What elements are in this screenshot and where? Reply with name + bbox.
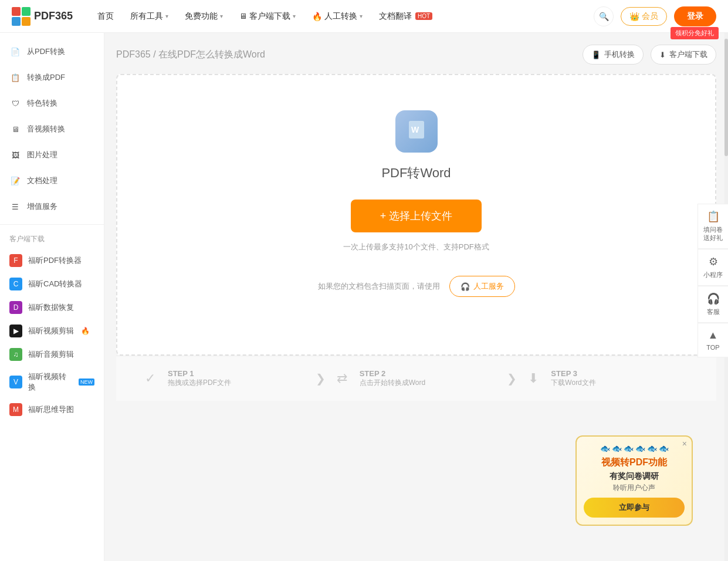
step-2-text: STEP 2 点击开始转换成Word [360,369,425,388]
step-2-icon: ⇄ [331,368,353,389]
sidebar-item-special[interactable]: 🛡 特色转换 [0,90,104,116]
sidebar-app-video-editor[interactable]: ▶ 福昕视频剪辑 🔥 [0,319,104,343]
nav-home[interactable]: 首页 [90,8,121,25]
miniapp-icon: ⚙ [709,255,718,268]
promo-close-button[interactable]: × [682,439,687,448]
video-converter-icon: V [9,376,22,388]
promo-chains: 🐟 🐟 🐟 🐟 🐟 🐟 [584,444,685,453]
top-bar: PDF365 / 在线PDF怎么转换成Word 📱 手机转换 ⬇ 客户端下载 [116,45,716,65]
nav-right: 🔍 👑 会员 登录 [594,6,716,26]
sidebar-item-from-pdf[interactable]: 📄 从PDF转换 [0,39,104,65]
brand-name: PDF365 [34,10,73,22]
step-1-text: STEP 1 拖拽或选择PDF文件 [168,369,231,388]
download-icon: 🖥 [239,12,247,21]
hot-badge: HOT [415,12,432,20]
sidebar-app-mindmap[interactable]: M 福昕思维导图 [0,398,104,421]
float-survey-button[interactable]: 📋 填问卷送好礼 [697,204,728,249]
search-icon: 🔍 [599,12,609,21]
chain-6: 🐟 [659,444,669,453]
step-arrow-1: ❯ [316,371,326,386]
image-icon: 🖼 [9,149,21,161]
upload-icon-wrap: W [395,110,438,153]
nav-translate[interactable]: 文档翻译 HOT [372,8,439,25]
sidebar: 📄 从PDF转换 📋 转换成PDF 🛡 特色转换 🖥 音视频转换 🖼 图片处理 … [0,33,104,561]
promo-action-button[interactable]: 立即参与 [584,498,685,518]
mobile-convert-button[interactable]: 📱 手机转换 [583,45,644,65]
sidebar-app-video-converter[interactable]: V 福昕视频转换 NEW [0,366,104,398]
svg-text:W: W [411,125,419,134]
video-editor-icon: ▶ [9,325,22,337]
survey-icon: 📋 [707,210,720,223]
av-icon: 🖥 [9,123,21,135]
upload-area: W PDF转Word + 选择上传文件 一次上传最多支持10个文件、支持PDF格… [116,74,716,356]
chain-2: 🐟 [612,444,622,453]
chain-3: 🐟 [624,444,634,453]
scroll-thumb[interactable] [724,39,728,156]
gift-badge[interactable]: 领积分免好礼 [671,27,719,39]
float-top-button[interactable]: ▲ TOP [697,323,728,357]
upload-title: PDF转Word [381,164,451,182]
chain-4: 🐟 [635,444,645,453]
client-download-icon: ⬇ [659,50,666,59]
nav-manual[interactable]: 🔥 人工转换▾ [305,8,370,25]
nav-items: 首页 所有工具▾ 免费功能▾ 🖥 客户端下载▾ 🔥 人工转换▾ 文档翻译 HOT [90,8,594,25]
data-recovery-icon: D [9,301,22,314]
step-1-icon: ✓ [140,368,161,389]
sidebar-item-doc[interactable]: 📝 文档处理 [0,168,104,194]
crown-icon: 👑 [629,12,639,21]
step-3: ⬇ STEP 3 下载Word文件 [523,368,693,389]
mobile-icon: 📱 [591,50,601,59]
step-arrow-2: ❯ [507,371,517,386]
member-button[interactable]: 👑 会员 [621,7,667,26]
steps-bar: ✓ STEP 1 拖拽或选择PDF文件 ❯ ⇄ STEP 2 点击开始转换成Wo… [116,356,716,401]
pdf-converter-icon: F [9,254,22,267]
service-row: 如果您的文档包含扫描页面，请使用 🎧 人工服务 [318,276,515,297]
search-button[interactable]: 🔍 [594,6,614,26]
word-icon: W [405,119,428,145]
step-3-text: STEP 3 下载Word文件 [551,369,595,388]
headset-icon: 🎧 [460,282,470,291]
upload-button[interactable]: + 选择上传文件 [351,200,482,232]
top-actions: 📱 手机转换 ⬇ 客户端下载 [583,45,716,65]
video-editor-fire-icon: 🔥 [81,327,90,335]
audio-editor-icon: ♫ [9,348,22,361]
sidebar-app-cad-converter[interactable]: C 福昕CAD转换器 [0,272,104,296]
logo[interactable]: PDF365 [12,7,73,26]
sidebar-item-image[interactable]: 🖼 图片处理 [0,142,104,168]
mindmap-icon: M [9,403,22,416]
float-service-button[interactable]: 🎧 客服 [697,286,728,323]
nav-download[interactable]: 🖥 客户端下载▾ [232,8,303,25]
client-download-button[interactable]: ⬇ 客户端下载 [651,45,716,65]
promo-card: × 🐟 🐟 🐟 🐟 🐟 🐟 视频转PDF功能 有奖问卷调研 聆听用户心声 立即参… [575,435,693,526]
float-miniapp-button[interactable]: ⚙ 小程序 [697,249,728,286]
promo-subtitle: 有奖问卷调研 [584,471,685,482]
fire-icon: 🔥 [312,12,322,21]
nav-tools[interactable]: 所有工具▾ [123,8,175,25]
right-float-panel: 📋 填问卷送好礼 ⚙ 小程序 🎧 客服 ▲ TOP [697,204,728,357]
nav-free[interactable]: 免费功能▾ [178,8,230,25]
top-icon: ▲ [708,329,719,342]
login-button[interactable]: 登录 [674,6,716,26]
doc-icon: 📝 [9,175,21,187]
cad-converter-icon: C [9,278,22,290]
upload-hint: 一次上传最多支持10个文件、支持PDF格式 [343,242,489,252]
sidebar-item-vip[interactable]: ☰ 增值服务 [0,194,104,219]
sidebar-item-av[interactable]: 🖥 音视频转换 [0,116,104,142]
step-2: ⇄ STEP 2 点击开始转换成Word [331,368,502,389]
top-navigation: PDF365 首页 所有工具▾ 免费功能▾ 🖥 客户端下载▾ 🔥 人工转换▾ 文… [0,0,728,33]
sidebar-app-audio-editor[interactable]: ♫ 福昕音频剪辑 [0,343,104,366]
sidebar-app-pdf-converter[interactable]: F 福昕PDF转换器 [0,249,104,272]
chain-1: 🐟 [600,444,610,453]
sidebar-divider [0,224,104,225]
manual-service-button[interactable]: 🎧 人工服务 [449,276,515,297]
service-icon: 🎧 [707,292,720,305]
sidebar-item-to-pdf[interactable]: 📋 转换成PDF [0,65,104,90]
sidebar-app-data-recovery[interactable]: D 福昕数据恢复 [0,296,104,319]
promo-desc: 聆听用户心声 [584,483,685,493]
step-1: ✓ STEP 1 拖拽或选择PDF文件 [140,368,310,389]
step-3-icon: ⬇ [523,368,544,389]
to-pdf-icon: 📋 [9,72,21,83]
chain-5: 🐟 [647,444,657,453]
special-icon: 🛡 [9,97,21,109]
new-badge: NEW [79,378,94,386]
